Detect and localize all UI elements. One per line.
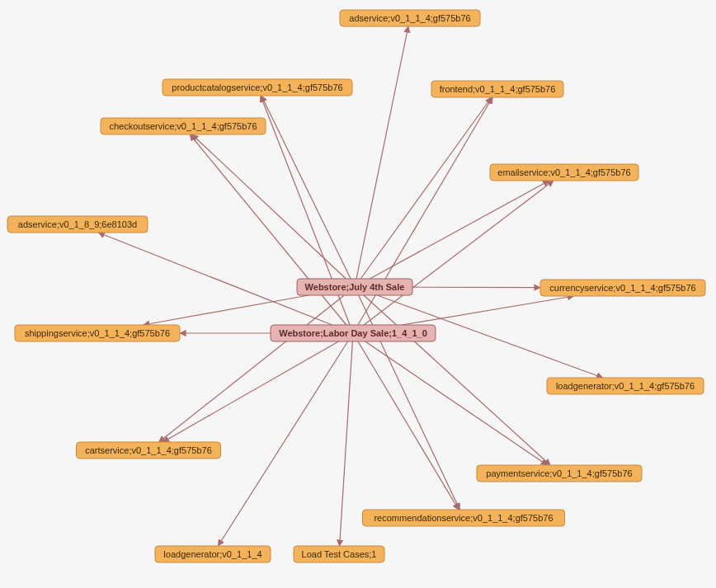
edge-webstore_july4-to-prodcatalog: [261, 96, 351, 279]
node-payment[interactable]: paymentservice;v0_1_1_4;gf575b76: [477, 465, 642, 482]
node-loadgen_plain[interactable]: loadgenerator;v0_1_1_4: [155, 546, 271, 562]
svg-rect-5: [101, 118, 266, 134]
edge-webstore_labor-to-payment: [365, 341, 548, 465]
edge-webstore_labor-to-cartservice: [163, 341, 338, 442]
node-currency[interactable]: currencyservice;v0_1_1_4;gf575b76: [540, 280, 705, 296]
svg-rect-13: [363, 510, 565, 526]
edge-webstore_labor-to-loadtest: [340, 341, 353, 546]
node-webstore_labor[interactable]: Webstore;Labor Day Sale;1_4_1_0: [271, 325, 436, 341]
node-prodcatalog[interactable]: productcatalogservice;v0_1_1_4;gf575b76: [163, 79, 352, 96]
node-cartservice[interactable]: cartservice;v0_1_1_4;gf575b76: [77, 442, 221, 459]
edge-webstore_july4-to-shipping: [144, 295, 309, 325]
node-webstore_july4[interactable]: Webstore;July 4th Sale: [297, 279, 412, 295]
edge-webstore_labor-to-loadgen_plain: [218, 341, 347, 546]
svg-rect-0: [297, 279, 412, 295]
edge-webstore_july4-to-frontend: [360, 97, 492, 279]
svg-rect-3: [163, 79, 352, 96]
svg-rect-2: [340, 10, 480, 26]
node-shipping[interactable]: shippingservice;v0_1_1_4;gf575b76: [15, 325, 180, 341]
edge-webstore_labor-to-recommend: [358, 341, 459, 510]
svg-rect-6: [490, 164, 638, 181]
node-loadtest[interactable]: Load Test Cases;1: [294, 546, 384, 562]
edge-webstore_labor-to-currency: [402, 296, 573, 325]
node-adservice_v0189[interactable]: adservice;v0_1_8_9;6e8103d: [7, 216, 148, 233]
svg-rect-11: [77, 442, 221, 459]
svg-rect-10: [547, 378, 704, 394]
svg-rect-14: [155, 546, 271, 562]
node-checkout[interactable]: checkoutservice;v0_1_1_4;gf575b76: [101, 118, 266, 134]
edge-webstore_labor-to-adservice_v0189: [98, 233, 332, 325]
svg-rect-15: [294, 546, 384, 562]
svg-rect-7: [7, 216, 148, 233]
svg-rect-4: [431, 81, 563, 97]
edge-webstore_july4-to-adservice_v0114: [356, 26, 408, 279]
edge-webstore_july4-to-payment: [364, 295, 550, 465]
edge-webstore_labor-to-checkout: [190, 134, 346, 325]
svg-rect-9: [15, 325, 180, 341]
svg-rect-8: [540, 280, 705, 296]
node-loadgen_gf[interactable]: loadgenerator;v0_1_1_4;gf575b76: [547, 378, 704, 394]
edge-webstore_labor-to-emailservice: [364, 181, 553, 325]
dependency-graph[interactable]: Webstore;July 4th SaleWebstore;Labor Day…: [0, 0, 716, 588]
node-adservice_v0114[interactable]: adservice;v0_1_1_4;gf575b76: [340, 10, 480, 26]
edge-webstore_july4-to-emailservice: [370, 181, 549, 279]
edge-webstore_july4-to-checkout: [192, 134, 346, 279]
svg-rect-1: [271, 325, 436, 341]
node-emailservice[interactable]: emailservice;v0_1_1_4;gf575b76: [490, 164, 638, 181]
node-recommend[interactable]: recommendationservice;v0_1_1_4;gf575b76: [363, 510, 565, 526]
svg-rect-12: [477, 465, 642, 482]
node-frontend[interactable]: frontend;v0_1_1_4;gf575b76: [431, 81, 563, 97]
